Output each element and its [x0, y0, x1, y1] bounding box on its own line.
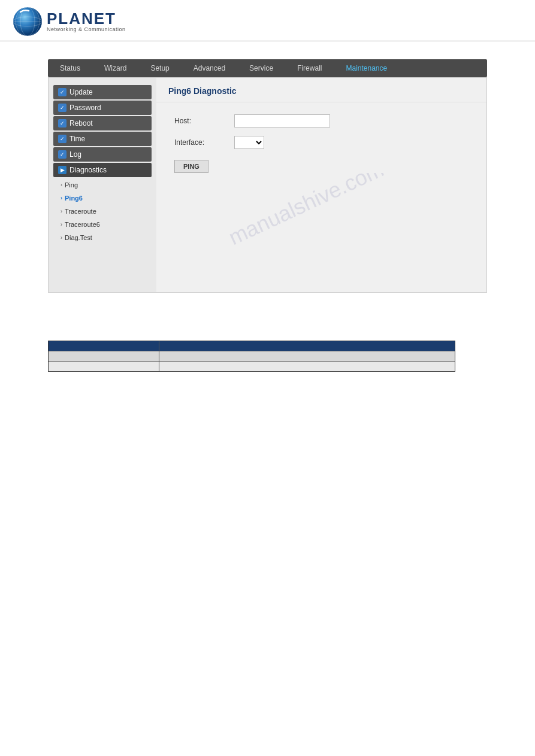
main-panel: Ping6 Diagnostic Host: Interface: PING	[156, 78, 486, 292]
sidebar-subitem-ping[interactable]: › Ping	[49, 178, 156, 192]
diagtest-arrow-icon: ›	[61, 235, 62, 241]
sidebar-subitem-diag-test[interactable]: › Diag.Test	[49, 231, 156, 244]
nav-wizard[interactable]: Wizard	[92, 59, 138, 77]
navbar: Status Wizard Setup Advanced Service Fir…	[48, 59, 487, 77]
logo-subtitle-label: Networking & Communication	[47, 26, 126, 32]
watermark-area: manualshive.com	[174, 173, 468, 269]
sidebar-subitem-ping6[interactable]: › Ping6	[49, 192, 156, 205]
time-check-icon: ✓	[58, 135, 67, 143]
sidebar-traceroute-label: Traceroute	[65, 208, 96, 215]
sidebar-item-password[interactable]: ✓ Password	[53, 101, 152, 115]
traceroute-arrow-icon: ›	[61, 208, 62, 214]
reboot-check-icon: ✓	[58, 119, 67, 127]
logo-planet-label: PLANET	[47, 11, 126, 26]
ping6-arrow-icon: ›	[61, 195, 62, 201]
main-content: Status Wizard Setup Advanced Service Fir…	[0, 41, 535, 390]
sidebar-diagnostics-label: Diagnostics	[69, 166, 107, 174]
host-label: Host:	[174, 117, 234, 125]
sidebar-reboot-label: Reboot	[69, 119, 93, 127]
bottom-section	[48, 341, 487, 372]
sidebar-item-diagnostics[interactable]: ▶ Diagnostics	[53, 163, 152, 177]
nav-advanced[interactable]: Advanced	[182, 59, 237, 77]
update-check-icon: ✓	[58, 88, 67, 96]
sidebar-subitem-traceroute[interactable]: › Traceroute	[49, 205, 156, 218]
sidebar-subitem-traceroute6[interactable]: › Traceroute6	[49, 218, 156, 231]
log-check-icon: ✓	[58, 150, 67, 159]
sidebar-password-label: Password	[69, 104, 101, 112]
table-cell-col1	[49, 351, 159, 361]
sidebar-item-update[interactable]: ✓ Update	[53, 85, 152, 99]
panel-body: Host: Interface: PING manualshive.com	[156, 102, 486, 281]
sidebar: ✓ Update ✓ Password ✓ Reboot ✓ Time ✓ Lo…	[49, 78, 156, 292]
logo: PLANET Networking & Communication	[12, 6, 126, 37]
password-check-icon: ✓	[58, 104, 67, 112]
sidebar-traceroute6-label: Traceroute6	[65, 221, 100, 228]
panel-title: Ping6 Diagnostic	[156, 78, 486, 102]
sidebar-item-time[interactable]: ✓ Time	[53, 132, 152, 146]
sidebar-log-label: Log	[69, 150, 81, 159]
table-header-col2	[159, 341, 455, 351]
interface-select[interactable]	[234, 136, 264, 149]
table-row	[49, 351, 455, 362]
sidebar-time-label: Time	[69, 135, 85, 143]
nav-maintenance[interactable]: Maintenance	[334, 59, 399, 77]
nav-firewall[interactable]: Firewall	[285, 59, 334, 77]
ping-button[interactable]: PING	[174, 160, 208, 173]
sidebar-diagtest-label: Diag.Test	[65, 234, 92, 241]
sidebar-update-label: Update	[69, 88, 93, 96]
nav-status[interactable]: Status	[48, 59, 92, 77]
content-area: ✓ Update ✓ Password ✓ Reboot ✓ Time ✓ Lo…	[48, 77, 487, 293]
logo-globe-icon	[12, 6, 43, 37]
table-cell-col1	[49, 362, 159, 371]
table-row	[49, 362, 455, 371]
traceroute6-arrow-icon: ›	[61, 221, 62, 227]
sidebar-ping6-label: Ping6	[65, 195, 83, 202]
host-input[interactable]	[234, 114, 330, 127]
bottom-table	[48, 341, 455, 372]
logo-text: PLANET Networking & Communication	[47, 11, 126, 32]
sidebar-ping-label: Ping	[65, 181, 78, 189]
table-header-row	[49, 341, 455, 351]
interface-row: Interface:	[174, 136, 468, 149]
table-cell-col2	[159, 351, 455, 361]
diagnostics-check-icon: ▶	[58, 166, 67, 174]
nav-service[interactable]: Service	[237, 59, 285, 77]
interface-label: Interface:	[174, 138, 234, 147]
ping-arrow-icon: ›	[61, 182, 62, 188]
page-header: PLANET Networking & Communication	[0, 0, 535, 41]
nav-setup[interactable]: Setup	[138, 59, 181, 77]
sidebar-item-reboot[interactable]: ✓ Reboot	[53, 116, 152, 130]
table-header-col1	[49, 341, 159, 351]
table-cell-col2	[159, 362, 455, 371]
host-row: Host:	[174, 114, 468, 127]
sidebar-item-log[interactable]: ✓ Log	[53, 147, 152, 162]
watermark-text: manualshive.com	[225, 173, 388, 250]
